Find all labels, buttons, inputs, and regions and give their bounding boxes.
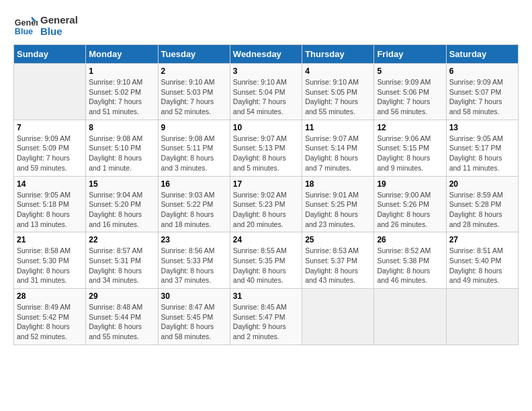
day-info: Sunrise: 9:02 AM Sunset: 5:23 PM Dayligh… (233, 190, 299, 230)
day-number: 4 (305, 66, 371, 76)
day-number: 24 (233, 235, 299, 244)
day-info: Sunrise: 8:48 AM Sunset: 5:44 PM Dayligh… (89, 302, 154, 342)
day-info: Sunrise: 9:07 AM Sunset: 5:13 PM Dayligh… (233, 134, 299, 173)
day-number: 19 (377, 179, 443, 189)
day-info: Sunrise: 9:08 AM Sunset: 5:10 PM Dayligh… (89, 134, 154, 173)
calendar-cell: 20Sunrise: 8:59 AM Sunset: 5:28 PM Dayli… (446, 176, 518, 232)
day-info: Sunrise: 9:09 AM Sunset: 5:07 PM Dayligh… (449, 77, 515, 117)
calendar-cell: 10Sunrise: 9:07 AM Sunset: 5:13 PM Dayli… (230, 120, 302, 176)
day-info: Sunrise: 9:10 AM Sunset: 5:03 PM Dayligh… (161, 77, 227, 117)
logo-icon: General Blue (13, 13, 38, 38)
calendar-cell: 18Sunrise: 9:01 AM Sunset: 5:25 PM Dayli… (302, 176, 374, 232)
calendar-cell: 24Sunrise: 8:55 AM Sunset: 5:35 PM Dayli… (230, 232, 302, 289)
day-info: Sunrise: 9:10 AM Sunset: 5:02 PM Dayligh… (89, 77, 154, 117)
day-info: Sunrise: 8:58 AM Sunset: 5:30 PM Dayligh… (17, 246, 83, 285)
day-number: 27 (449, 235, 515, 244)
logo-text-general: General (40, 14, 78, 26)
day-info: Sunrise: 8:52 AM Sunset: 5:38 PM Dayligh… (377, 246, 443, 285)
calendar-cell: 2Sunrise: 9:10 AM Sunset: 5:03 PM Daylig… (158, 64, 230, 120)
day-info: Sunrise: 9:09 AM Sunset: 5:06 PM Dayligh… (377, 77, 443, 117)
calendar-cell: 6Sunrise: 9:09 AM Sunset: 5:07 PM Daylig… (446, 64, 518, 120)
day-info: Sunrise: 8:51 AM Sunset: 5:40 PM Dayligh… (449, 246, 515, 285)
calendar-cell: 5Sunrise: 9:09 AM Sunset: 5:06 PM Daylig… (374, 64, 446, 120)
day-number: 1 (89, 66, 154, 76)
calendar-cell: 25Sunrise: 8:53 AM Sunset: 5:37 PM Dayli… (302, 232, 374, 289)
day-number: 23 (161, 235, 227, 244)
day-info: Sunrise: 9:10 AM Sunset: 5:05 PM Dayligh… (305, 77, 371, 117)
day-number: 7 (17, 123, 83, 132)
day-number: 8 (89, 123, 154, 132)
calendar-cell: 3Sunrise: 9:10 AM Sunset: 5:04 PM Daylig… (230, 64, 302, 120)
calendar-cell: 27Sunrise: 8:51 AM Sunset: 5:40 PM Dayli… (446, 232, 518, 289)
calendar-cell: 29Sunrise: 8:48 AM Sunset: 5:44 PM Dayli… (86, 289, 158, 345)
calendar-cell: 16Sunrise: 9:03 AM Sunset: 5:22 PM Dayli… (158, 176, 230, 232)
calendar-cell: 23Sunrise: 8:56 AM Sunset: 5:33 PM Dayli… (158, 232, 230, 289)
day-number: 14 (17, 179, 83, 189)
calendar-cell: 1Sunrise: 9:10 AM Sunset: 5:02 PM Daylig… (86, 64, 158, 120)
day-info: Sunrise: 8:49 AM Sunset: 5:42 PM Dayligh… (17, 302, 83, 342)
calendar-cell: 28Sunrise: 8:49 AM Sunset: 5:42 PM Dayli… (14, 289, 86, 345)
day-number: 11 (305, 123, 371, 132)
weekday-header-thursday: Thursday (302, 45, 374, 64)
day-info: Sunrise: 9:03 AM Sunset: 5:22 PM Dayligh… (161, 190, 227, 230)
day-number: 30 (161, 291, 227, 301)
weekday-header-friday: Friday (374, 45, 446, 64)
day-number: 28 (17, 291, 83, 301)
day-info: Sunrise: 9:04 AM Sunset: 5:20 PM Dayligh… (89, 190, 154, 230)
page-header: General Blue General Blue (13, 13, 519, 38)
week-row-5: 28Sunrise: 8:49 AM Sunset: 5:42 PM Dayli… (14, 289, 519, 345)
day-info: Sunrise: 8:57 AM Sunset: 5:31 PM Dayligh… (89, 246, 154, 285)
day-number: 26 (377, 235, 443, 244)
day-info: Sunrise: 9:08 AM Sunset: 5:11 PM Dayligh… (161, 134, 227, 173)
day-info: Sunrise: 9:06 AM Sunset: 5:15 PM Dayligh… (377, 134, 443, 173)
calendar-cell: 4Sunrise: 9:10 AM Sunset: 5:05 PM Daylig… (302, 64, 374, 120)
day-number: 10 (233, 123, 299, 132)
calendar-cell: 26Sunrise: 8:52 AM Sunset: 5:38 PM Dayli… (374, 232, 446, 289)
calendar-cell: 7Sunrise: 9:09 AM Sunset: 5:09 PM Daylig… (14, 120, 86, 176)
week-row-2: 7Sunrise: 9:09 AM Sunset: 5:09 PM Daylig… (14, 120, 519, 176)
day-number: 6 (449, 66, 515, 76)
calendar-cell: 15Sunrise: 9:04 AM Sunset: 5:20 PM Dayli… (86, 176, 158, 232)
day-number: 25 (305, 235, 371, 244)
weekday-header-wednesday: Wednesday (230, 45, 302, 64)
weekday-header-sunday: Sunday (14, 45, 86, 64)
calendar-cell: 22Sunrise: 8:57 AM Sunset: 5:31 PM Dayli… (86, 232, 158, 289)
day-info: Sunrise: 8:59 AM Sunset: 5:28 PM Dayligh… (449, 190, 515, 230)
calendar-cell: 13Sunrise: 9:05 AM Sunset: 5:17 PM Dayli… (446, 120, 518, 176)
day-number: 2 (161, 66, 227, 76)
day-info: Sunrise: 8:47 AM Sunset: 5:45 PM Dayligh… (161, 302, 227, 342)
day-number: 17 (233, 179, 299, 189)
calendar-cell: 19Sunrise: 9:00 AM Sunset: 5:26 PM Dayli… (374, 176, 446, 232)
day-info: Sunrise: 9:07 AM Sunset: 5:14 PM Dayligh… (305, 134, 371, 173)
logo: General Blue General Blue (13, 13, 78, 38)
weekday-header-monday: Monday (86, 45, 158, 64)
calendar-cell: 17Sunrise: 9:02 AM Sunset: 5:23 PM Dayli… (230, 176, 302, 232)
calendar-cell: 8Sunrise: 9:08 AM Sunset: 5:10 PM Daylig… (86, 120, 158, 176)
day-info: Sunrise: 9:01 AM Sunset: 5:25 PM Dayligh… (305, 190, 371, 230)
calendar-cell (14, 64, 86, 120)
day-number: 31 (233, 291, 299, 301)
day-number: 3 (233, 66, 299, 76)
calendar-cell: 30Sunrise: 8:47 AM Sunset: 5:45 PM Dayli… (158, 289, 230, 345)
week-row-4: 21Sunrise: 8:58 AM Sunset: 5:30 PM Dayli… (14, 232, 519, 289)
calendar-cell (374, 289, 446, 345)
calendar-cell: 11Sunrise: 9:07 AM Sunset: 5:14 PM Dayli… (302, 120, 374, 176)
day-info: Sunrise: 9:10 AM Sunset: 5:04 PM Dayligh… (233, 77, 299, 117)
day-number: 13 (449, 123, 515, 132)
weekday-header-row: SundayMondayTuesdayWednesdayThursdayFrid… (14, 45, 519, 64)
day-number: 20 (449, 179, 515, 189)
day-number: 22 (89, 235, 154, 244)
week-row-1: 1Sunrise: 9:10 AM Sunset: 5:02 PM Daylig… (14, 64, 519, 120)
day-number: 9 (161, 123, 227, 132)
day-info: Sunrise: 9:00 AM Sunset: 5:26 PM Dayligh… (377, 190, 443, 230)
weekday-header-tuesday: Tuesday (158, 45, 230, 64)
day-number: 21 (17, 235, 83, 244)
logo-text-blue: Blue (40, 26, 78, 37)
day-number: 5 (377, 66, 443, 76)
day-number: 15 (89, 179, 154, 189)
calendar-table: SundayMondayTuesdayWednesdayThursdayFrid… (13, 44, 519, 345)
day-info: Sunrise: 9:05 AM Sunset: 5:18 PM Dayligh… (17, 190, 83, 230)
day-number: 18 (305, 179, 371, 189)
calendar-cell: 21Sunrise: 8:58 AM Sunset: 5:30 PM Dayli… (14, 232, 86, 289)
day-info: Sunrise: 8:56 AM Sunset: 5:33 PM Dayligh… (161, 246, 227, 285)
